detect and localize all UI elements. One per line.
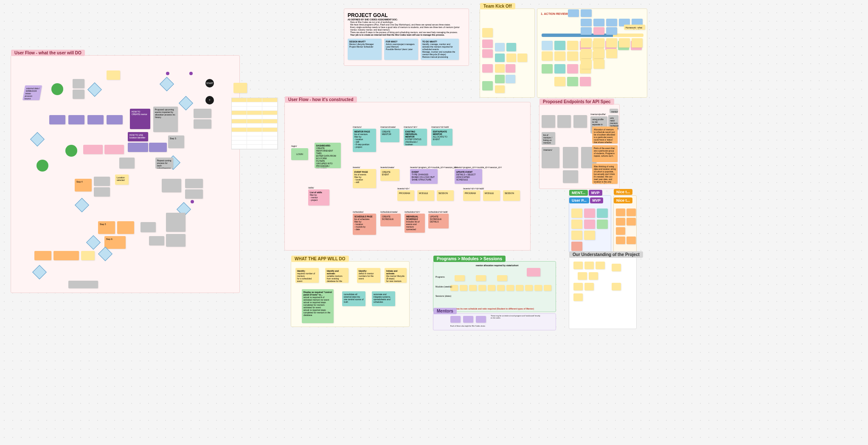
end-circle[interactable] — [37, 160, 48, 172]
purple-dot-3[interactable] — [191, 200, 194, 203]
ext-blue-6[interactable] — [581, 27, 592, 35]
tree-m5[interactable] — [488, 285, 495, 291]
module-card-2[interactable]: MODULE — [483, 190, 500, 201]
how-to-create[interactable]: HOW TO CREATE mentor — [130, 109, 150, 129]
floating-yellow-1[interactable] — [233, 83, 247, 93]
nice-sticky-4[interactable] — [626, 218, 636, 225]
schedule-edit-card[interactable]: UPDATE SCHEDULE DETAILS — [428, 214, 449, 228]
repeat-block[interactable]: Repeat coming process for each cohort/se… — [155, 158, 173, 169]
kickoff-pink-3[interactable] — [482, 64, 493, 73]
api-gray-6[interactable]: /mentors/ — [542, 147, 559, 168]
how-to-use-1[interactable]: HOW TO USE location identifier — [128, 132, 148, 141]
dashboard-card[interactable]: DASHBOARD: CREATE MENTOR/EVENT TABS ENTE… — [315, 143, 341, 168]
initiate[interactable]: Initiate and activate: the mentor lifecy… — [385, 268, 407, 283]
tree-m11[interactable] — [544, 285, 551, 291]
tree-m8[interactable] — [516, 285, 523, 291]
automate-card[interactable]: automate and integrate systems, spreadsh… — [372, 291, 395, 306]
decision-6[interactable] — [75, 198, 89, 212]
ar-r2-1[interactable] — [542, 51, 553, 61]
action-sticky-4[interactable] — [107, 115, 123, 124]
step-node-a[interactable] — [73, 79, 84, 88]
ext-yellow-hw[interactable]: Homework - what we can do right now — [624, 25, 645, 30]
gray-q3[interactable] — [185, 179, 203, 188]
kickoff-teal-1[interactable] — [506, 43, 516, 51]
step5-block[interactable]: Step 5 — [98, 221, 115, 234]
identify-1[interactable]: Identify: required number of mentors for… — [295, 268, 319, 283]
ar-r4-2[interactable] — [567, 77, 578, 86]
event-edit-card[interactable]: UPDATE EVENT DETAILS + SELECT ASSOCIATED… — [455, 169, 482, 184]
kickoff-teal-2[interactable] — [495, 54, 505, 62]
kickoff-yellow-2[interactable] — [506, 54, 516, 62]
kickoff-yellow-3[interactable] — [517, 54, 527, 62]
goal-col1[interactable]: DESIGN WHAT? Mentor Lifecycle Manager Pr… — [348, 39, 382, 60]
login-card[interactable]: LOGIN — [291, 148, 308, 160]
hw-7[interactable] — [593, 49, 604, 58]
api-gray-7[interactable] — [563, 147, 578, 168]
und-8[interactable] — [573, 293, 583, 301]
display-card[interactable]: Display as required "control panel of to… — [302, 289, 334, 323]
gray-bottom-3[interactable] — [149, 236, 164, 245]
pink-mentor-label-2[interactable] — [104, 145, 124, 154]
tree-m9[interactable] — [525, 285, 533, 291]
kickoff-cluster-2[interactable] — [506, 64, 515, 73]
kickoff-pink-1[interactable] — [482, 39, 493, 48]
ar-r4-3[interactable] — [580, 77, 591, 86]
purple-dot-2[interactable] — [189, 72, 193, 75]
tree-m2[interactable] — [460, 285, 467, 291]
bottom-yellow[interactable] — [81, 251, 95, 260]
ar-r2-2[interactable] — [554, 51, 565, 61]
api-gray-3[interactable] — [573, 115, 587, 128]
skills-card[interactable]: List of skills filter by: - mentor - pro… — [308, 189, 329, 206]
programs-frame[interactable]: Programs > Modules > Sessions mentor all… — [433, 261, 556, 312]
decision-9[interactable] — [98, 247, 112, 261]
hw-3[interactable] — [606, 38, 617, 48]
ext-blue-0b[interactable] — [581, 9, 592, 17]
mentor-id-card[interactable]: EXISTING INDIVIDUAL MENTOR 8 STEP STATUS… — [404, 129, 427, 146]
tree-p3[interactable] — [497, 275, 507, 281]
understanding-frame[interactable]: Our Understanding of the Project — [569, 257, 637, 329]
identify-2[interactable]: Identify and activate: suitable mentors … — [325, 268, 348, 283]
ar-r3-1[interactable] — [542, 64, 553, 73]
mentor-type-3[interactable] — [476, 316, 486, 323]
und-2[interactable] — [584, 262, 594, 269]
mvp-frame-1[interactable]: MENT... MVP User P... MVP — [569, 195, 611, 253]
decision-3[interactable] — [30, 132, 45, 146]
user-flow-do-frame[interactable]: User Flow - what the user will DO extern… — [11, 55, 240, 293]
hw-5[interactable] — [632, 38, 643, 48]
gray-pair-a[interactable] — [194, 109, 211, 118]
mini-table[interactable] — [231, 98, 278, 149]
tree-p2[interactable] — [476, 275, 486, 281]
event-card[interactable]: EVENT TYPE CHANGES BASED ON LOGIC BUT SA… — [410, 169, 438, 184]
finish-black[interactable]: ? — [205, 96, 214, 104]
nice-sticky-2[interactable] — [626, 208, 636, 216]
user-flow-construct-frame[interactable]: User Flow - how it's constructed /login/… — [284, 102, 531, 251]
orange-note-2[interactable]: Was thinking of using date and location … — [592, 163, 618, 184]
mvp-sticky-3[interactable] — [597, 208, 608, 218]
decision-2[interactable] — [179, 96, 193, 110]
admin-review-2[interactable] — [94, 187, 110, 197]
hw-2[interactable] — [593, 38, 604, 48]
kickoff-pink-2[interactable] — [482, 49, 493, 58]
api-mentor-tag[interactable]: mentor — [610, 109, 618, 113]
tree-m6[interactable] — [497, 285, 505, 291]
step3-node[interactable]: Step 3: — [168, 135, 184, 148]
ext-pink-1[interactable] — [593, 27, 604, 35]
nice-sticky-3[interactable] — [616, 218, 625, 225]
module-card[interactable]: MODULE — [417, 190, 434, 201]
action-sticky-3[interactable] — [87, 115, 104, 124]
mentors-frame[interactable]: Mentors These may be an intake at each p… — [433, 313, 556, 330]
gray-pair-b[interactable] — [194, 119, 211, 129]
team-kickoff-frame[interactable]: Team Kick Off — [480, 8, 535, 98]
und-3[interactable] — [596, 262, 605, 269]
ar-blue-1[interactable] — [542, 41, 553, 50]
gray-tail[interactable] — [68, 281, 98, 288]
nice-sticky-1[interactable] — [616, 208, 625, 216]
und-5[interactable] — [589, 272, 598, 280]
und-10[interactable] — [612, 283, 621, 290]
ext-blue-0[interactable] — [568, 9, 579, 17]
mvp-sticky-8[interactable] — [584, 231, 595, 240]
ext-blue-2[interactable] — [593, 19, 604, 26]
step4-block[interactable]: Step 4 — [75, 179, 92, 192]
gray-q4[interactable] — [185, 189, 203, 199]
kickoff-cluster-1[interactable] — [495, 64, 505, 73]
